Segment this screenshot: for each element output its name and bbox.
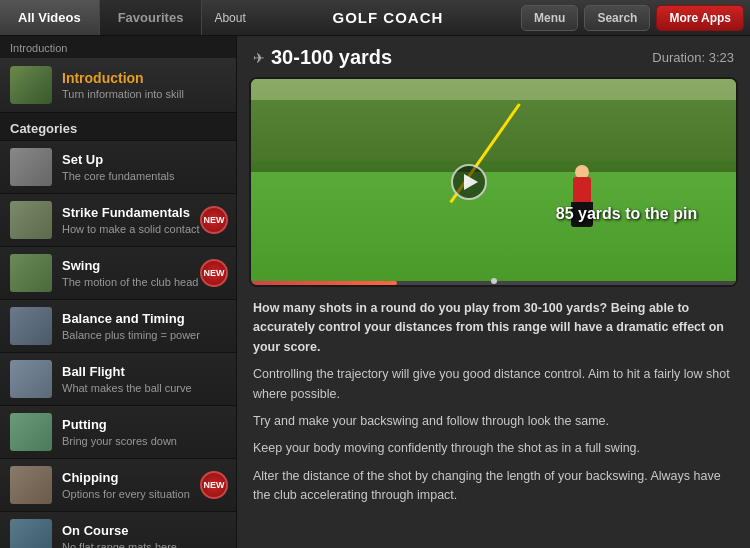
- top-nav: All Videos Favourites About GOLF COACH M…: [0, 0, 750, 36]
- menu-button[interactable]: Menu: [521, 5, 578, 31]
- video-player[interactable]: 85 yards to the pin: [249, 77, 738, 287]
- desc-para-2: Try and make your backswing and follow t…: [253, 412, 734, 431]
- cat-title-ballflight: Ball Flight: [62, 364, 192, 380]
- sidebar-item-putting[interactable]: Putting Bring your scores down: [0, 406, 236, 459]
- cat-title-swing: Swing: [62, 258, 198, 274]
- cat-sub-balance: Balance plus timing = power: [62, 329, 200, 341]
- desc-para-1: Controlling the trajectory will give you…: [253, 365, 734, 404]
- sidebar-item-oncourse[interactable]: On Course No flat range mats here: [0, 512, 236, 548]
- new-badge-swing: NEW: [200, 259, 228, 287]
- cat-thumb-putting: [10, 413, 52, 451]
- cat-thumb-balance: [10, 307, 52, 345]
- sidebar-item-setup[interactable]: Set Up The core fundamentals: [0, 141, 236, 194]
- cat-sub-ballflight: What makes the ball curve: [62, 382, 192, 394]
- categories-list: Set Up The core fundamentals Strike Fund…: [0, 141, 236, 548]
- distance-overlay: 85 yards to the pin: [556, 205, 697, 223]
- desc-para-4: Alter the distance of the shot by changi…: [253, 467, 734, 506]
- more-apps-button[interactable]: More Apps: [656, 5, 744, 31]
- sidebar-item-introduction[interactable]: Introduction Turn information into skill: [0, 58, 236, 113]
- video-progress-dot: [491, 278, 497, 284]
- video-description: How many shots in a round do you play fr…: [237, 287, 750, 525]
- intro-title: Introduction: [62, 70, 184, 86]
- sidebar-item-chipping[interactable]: Chipping Options for every situation NEW: [0, 459, 236, 512]
- cat-thumb-strike: [10, 201, 52, 239]
- cat-sub-chipping: Options for every situation: [62, 488, 190, 500]
- cat-title-balance: Balance and Timing: [62, 311, 200, 327]
- trees-background: [251, 100, 736, 172]
- tab-all-videos-label: All Videos: [18, 10, 81, 25]
- video-progress-bar[interactable]: [251, 281, 736, 285]
- video-duration: Duration: 3:23: [652, 50, 734, 65]
- cat-sub-strike: How to make a solid contact: [62, 223, 200, 235]
- intro-text: Introduction Turn information into skill: [62, 70, 184, 100]
- video-title: 30-100 yards: [271, 46, 392, 69]
- sidebar-item-balance[interactable]: Balance and Timing Balance plus timing =…: [0, 300, 236, 353]
- tab-favourites-label: Favourites: [118, 10, 184, 25]
- cat-sub-putting: Bring your scores down: [62, 435, 177, 447]
- cat-thumb-chipping: [10, 466, 52, 504]
- cat-sub-swing: The motion of the club head: [62, 276, 198, 288]
- about-button[interactable]: About: [202, 11, 257, 25]
- content-area: ✈ 30-100 yards Duration: 3:23 85 yard: [237, 36, 750, 548]
- cat-title-strike: Strike Fundamentals: [62, 205, 200, 221]
- tab-all-videos[interactable]: All Videos: [0, 0, 100, 35]
- main-layout: Introduction Introduction Turn informati…: [0, 36, 750, 548]
- cat-title-oncourse: On Course: [62, 523, 177, 539]
- cat-title-putting: Putting: [62, 417, 177, 433]
- intro-section-header: Introduction: [0, 36, 236, 58]
- categories-header: Categories: [0, 113, 236, 141]
- sidebar-item-strike[interactable]: Strike Fundamentals How to make a solid …: [0, 194, 236, 247]
- sidebar-item-ballflight[interactable]: Ball Flight What makes the ball curve: [0, 353, 236, 406]
- cat-thumb-setup: [10, 148, 52, 186]
- desc-para-3: Keep your body moving confidently throug…: [253, 439, 734, 458]
- sidebar: Introduction Introduction Turn informati…: [0, 36, 237, 548]
- fairway: [251, 172, 736, 285]
- video-header: ✈ 30-100 yards Duration: 3:23: [237, 36, 750, 77]
- cat-thumb-swing: [10, 254, 52, 292]
- tab-favourites[interactable]: Favourites: [100, 0, 203, 35]
- cat-sub-setup: The core fundamentals: [62, 170, 175, 182]
- intro-sub: Turn information into skill: [62, 88, 184, 100]
- video-title-area: ✈ 30-100 yards: [253, 46, 392, 69]
- desc-para-0: How many shots in a round do you play fr…: [253, 299, 734, 357]
- play-icon: [464, 174, 478, 190]
- cat-title-setup: Set Up: [62, 152, 175, 168]
- cat-sub-oncourse: No flat range mats here: [62, 541, 177, 548]
- video-progress-fill: [251, 281, 397, 285]
- intro-thumbnail: [10, 66, 52, 104]
- new-badge-strike: NEW: [200, 206, 228, 234]
- video-scene: 85 yards to the pin: [251, 79, 736, 285]
- cat-thumb-ballflight: [10, 360, 52, 398]
- cat-title-chipping: Chipping: [62, 470, 190, 486]
- search-button[interactable]: Search: [584, 5, 650, 31]
- app-title: GOLF COACH: [258, 9, 518, 26]
- cat-thumb-oncourse: [10, 519, 52, 548]
- sidebar-item-swing[interactable]: Swing The motion of the club head NEW: [0, 247, 236, 300]
- play-button[interactable]: [451, 164, 487, 200]
- new-badge-chipping: NEW: [200, 471, 228, 499]
- pin-icon: ✈: [253, 50, 265, 66]
